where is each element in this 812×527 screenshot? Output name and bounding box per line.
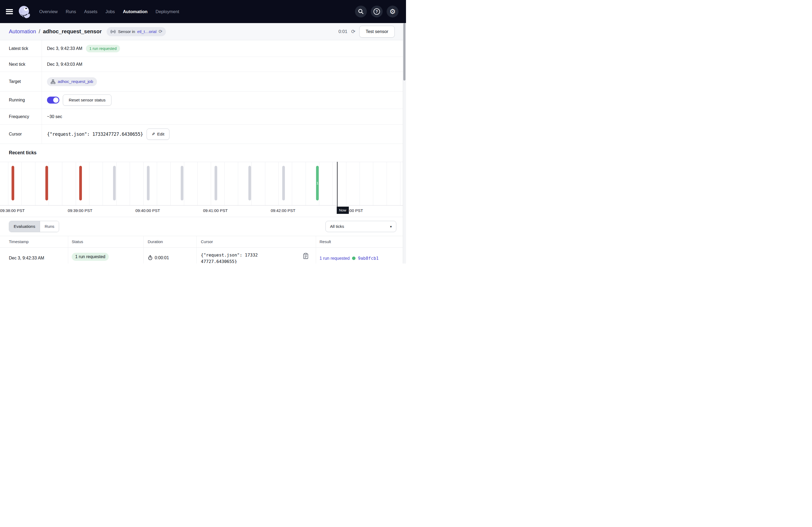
chart-gridline [319,162,319,205]
chart-gridline [332,162,333,205]
copy-cursor-icon[interactable] [303,253,308,259]
job-graph-icon [51,79,55,84]
evaluations-runs-tabs: Evaluations Runs [9,221,59,232]
edit-cursor-label: Edit [157,132,164,137]
chart-gridline [48,162,49,205]
next-tick-value: Dec 3, 9:43:03 AM [47,62,83,67]
breadcrumb-automation-link[interactable]: Automation [9,28,36,35]
evaluations-controls: Evaluations Runs All ticks ▾ [0,217,406,236]
nav-actions: ? ⚙ [355,6,406,17]
frequency-value: ~30 sec [47,114,62,119]
nav-item-runs[interactable]: Runs [66,9,76,14]
breadcrumb-bar: Automation / adhoc_request_sensor Sensor… [0,23,406,40]
tick-bar-skipped[interactable] [181,166,184,200]
tick-bar-skipped[interactable] [248,166,251,200]
breadcrumb-separator: / [39,28,40,35]
running-toggle[interactable] [47,96,59,104]
sensor-icon [110,29,116,35]
tick-bar-failure[interactable] [12,166,14,200]
axis-tick-label: 09:38:00 PST [0,208,25,213]
tick-bar-skipped[interactable] [282,166,285,200]
target-job-link[interactable]: adhoc_request_job [47,77,97,86]
sensor-location-badge: Sensor in etl_t…orial ⟳ [106,27,166,36]
running-row: Running Reset sensor status [0,91,406,109]
cursor-value: {"request.json": 1733247727.6430655} [47,132,143,137]
primary-nav-links: OverviewRunsAssetsJobsAutomationDeployme… [39,9,179,14]
scrollbar-thumb[interactable] [403,23,405,80]
latest-tick-label: Latest tick [0,40,42,57]
target-row: Target adhoc_request_job [0,72,406,91]
search-icon [358,8,364,15]
chevron-down-icon: ▾ [390,225,392,229]
nav-item-deployment[interactable]: Deployment [156,9,179,14]
target-label: Target [0,72,42,91]
col-header-cursor: Cursor [201,239,213,244]
tick-bar-failure[interactable] [79,166,82,200]
nav-item-overview[interactable]: Overview [39,9,58,14]
axis-tick-label: 09:40:00 PST [135,208,160,213]
tick-bar-failure[interactable] [45,166,48,200]
nav-item-automation[interactable]: Automation [123,9,148,14]
sensor-detail-page: OverviewRunsAssetsJobsAutomationDeployme… [0,0,406,264]
col-header-duration: Duration [148,239,163,244]
nav-item-assets[interactable]: Assets [84,9,98,14]
run-status-dot [352,257,356,260]
search-button[interactable] [355,6,367,17]
refresh-countdown: 0:01 [338,29,347,34]
code-location-link[interactable]: etl_t…orial [137,29,157,34]
chart-gridline [35,162,35,205]
chart-gridline [143,162,144,205]
ticks-chart-zone: 1 09:38:00 PST09:39:00 PST09:40:00 PST09… [0,162,406,217]
tab-evaluations[interactable]: Evaluations [9,221,40,232]
now-marker-tooltip: Now [337,207,349,214]
col-header-status: Status [72,239,83,244]
chart-gridline [387,162,387,205]
help-button[interactable]: ? [371,6,383,17]
row-duration: 0:00:01 [148,255,169,260]
dagster-logo[interactable] [17,4,31,18]
ticks-chart[interactable]: 1 [0,162,406,206]
scrollbar-track[interactable] [403,23,406,264]
target-job-name: adhoc_request_job [58,79,93,84]
gear-icon: ⚙ [389,8,395,15]
sensor-details: Latest tick Dec 3, 9:42:33 AM 1 run requ… [0,40,406,144]
tick-bar-skipped[interactable] [113,166,116,200]
reload-location-icon[interactable]: ⟳ [159,29,162,34]
tab-runs[interactable]: Runs [40,221,59,232]
running-label: Running [0,91,42,109]
settings-button[interactable]: ⚙ [387,6,398,17]
chart-gridline [76,162,76,205]
chart-gridline [130,162,130,205]
cursor-label: Cursor [0,124,42,144]
tick-bar-skipped[interactable] [215,166,217,200]
tick-bar-success[interactable]: 1 [316,166,319,200]
chart-gridline [211,162,211,205]
sensor-badge-prefix: Sensor in [118,29,135,34]
row-timestamp: Dec 3, 9:42:33 AM [9,256,44,260]
nav-item-jobs[interactable]: Jobs [105,9,115,14]
reset-sensor-status-button[interactable]: Reset sensor status [63,94,112,106]
result-runs-link[interactable]: 1 run requested [320,256,350,261]
help-icon: ? [374,8,380,15]
chart-gridline [373,162,373,205]
tick-filter-select[interactable]: All ticks ▾ [325,221,396,232]
tick-bar-skipped[interactable] [147,166,149,200]
top-nav: OverviewRunsAssetsJobsAutomationDeployme… [0,0,406,23]
refresh-icon[interactable]: ⟳ [351,29,356,34]
tick-filter-value: All ticks [330,224,344,229]
chart-gridline [224,162,225,205]
now-marker-line [337,162,337,209]
recent-ticks-section: Recent ticks 1 09:38:00 PST09:39:00 PST0… [0,144,406,217]
chart-gridline [265,162,265,205]
menu-icon[interactable] [6,9,13,14]
header-actions: 0:01 ⟳ Test sensor [338,26,395,37]
chart-gridline [21,162,22,205]
evaluations-table: Timestamp Status Duration Cursor Result … [0,236,406,264]
edit-cursor-button[interactable]: ✎ Edit [147,129,170,140]
axis-tick-label: 09:39:00 PST [68,208,92,213]
chart-gridline [238,162,238,205]
run-id-link[interactable]: 9ab8fcb1 [358,256,379,261]
recent-ticks-title: Recent ticks [0,144,406,156]
test-sensor-button[interactable]: Test sensor [359,26,395,37]
frequency-row: Frequency ~30 sec [0,109,406,124]
